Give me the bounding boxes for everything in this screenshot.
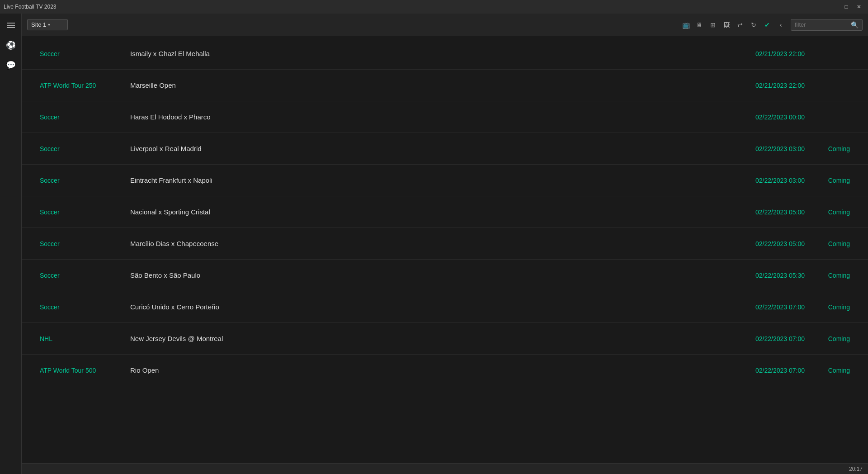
event-name: Eintracht Frankfurt x Napoli	[130, 176, 705, 184]
event-name: São Bento x São Paulo	[130, 271, 705, 279]
clock: 20:17	[849, 466, 863, 472]
event-sport: Soccer	[40, 114, 130, 121]
event-sport: Soccer	[40, 303, 130, 311]
event-sport: ATP World Tour 250	[40, 82, 130, 89]
event-name: Liverpool x Real Madrid	[130, 145, 705, 152]
menu-button[interactable]	[3, 17, 19, 33]
window-icon[interactable]: ⊞	[707, 19, 719, 31]
bottom-bar: 20:17	[22, 463, 868, 474]
sidebar: ⚽ 💬	[0, 14, 22, 474]
event-name: New Jersey Devils @ Montreal	[130, 335, 705, 342]
list-item[interactable]: SoccerEintracht Frankfurt x Napoli02/22/…	[22, 165, 868, 196]
list-item[interactable]: SoccerNacional x Sporting Cristal02/22/2…	[22, 196, 868, 228]
main-content: Site 1 ▾ 📺 🖥 ⊞ 🖼 ⇄ ↻ ✔ ‹ 🔍 SoccerIsmaily…	[22, 14, 868, 474]
minimize-button[interactable]: ─	[828, 2, 839, 11]
event-status: Coming	[805, 145, 850, 152]
event-status: Coming	[805, 209, 850, 216]
soccer-nav-icon[interactable]: ⚽	[3, 37, 19, 53]
app-layout: ⚽ 💬 Site 1 ▾ 📺 🖥 ⊞ 🖼 ⇄ ↻ ✔ ‹ 🔍	[0, 14, 868, 474]
event-status: Coming	[805, 177, 850, 184]
list-item[interactable]: SoccerMarcílio Dias x Chapecoense02/22/2…	[22, 228, 868, 260]
list-item[interactable]: SoccerIsmaily x Ghazl El Mehalla02/21/20…	[22, 38, 868, 70]
list-item[interactable]: SoccerSão Bento x São Paulo02/22/2023 05…	[22, 260, 868, 291]
toolbar: Site 1 ▾ 📺 🖥 ⊞ 🖼 ⇄ ↻ ✔ ‹ 🔍	[22, 14, 868, 36]
event-sport: Soccer	[40, 50, 130, 57]
event-sport: ATP World Tour 500	[40, 367, 130, 374]
search-icon: 🔍	[851, 21, 859, 28]
event-status: Coming	[805, 272, 850, 279]
list-item[interactable]: SoccerHaras El Hodood x Pharco02/22/2023…	[22, 101, 868, 133]
event-datetime: 02/22/2023 00:00	[705, 114, 805, 121]
chevron-left-icon[interactable]: ‹	[774, 19, 787, 31]
list-item[interactable]: ATP World Tour 500Rio Open02/22/2023 07:…	[22, 355, 868, 386]
event-datetime: 02/22/2023 03:00	[705, 177, 805, 184]
event-status: Coming	[805, 367, 850, 374]
site-label: Site 1	[31, 21, 46, 28]
event-list: SoccerIsmaily x Ghazl El Mehalla02/21/20…	[22, 36, 868, 463]
event-datetime: 02/22/2023 07:00	[705, 303, 805, 311]
tv-icon[interactable]: 📺	[679, 19, 692, 31]
event-sport: Soccer	[40, 240, 130, 247]
event-name: Marseille Open	[130, 81, 705, 89]
maximize-button[interactable]: □	[841, 2, 852, 11]
check-icon[interactable]: ✔	[761, 19, 774, 31]
filter-input[interactable]	[795, 21, 849, 28]
app-title: Live Football TV 2023	[4, 4, 57, 10]
titlebar: Live Football TV 2023 ─ □ ✕	[0, 0, 868, 14]
toolbar-icons: 📺 🖥 ⊞ 🖼 ⇄ ↻ ✔ ‹	[679, 19, 787, 31]
event-sport: Soccer	[40, 209, 130, 216]
event-status: Coming	[805, 335, 850, 342]
event-sport: Soccer	[40, 177, 130, 184]
event-datetime: 02/21/2023 22:00	[705, 50, 805, 57]
list-item[interactable]: SoccerLiverpool x Real Madrid02/22/2023 …	[22, 133, 868, 165]
event-datetime: 02/22/2023 07:00	[705, 367, 805, 374]
event-sport: Soccer	[40, 272, 130, 279]
list-item[interactable]: NHLNew Jersey Devils @ Montreal02/22/202…	[22, 323, 868, 355]
event-datetime: 02/21/2023 22:00	[705, 82, 805, 89]
close-button[interactable]: ✕	[854, 2, 864, 11]
window-controls: ─ □ ✕	[828, 2, 864, 11]
event-name: Nacional x Sporting Cristal	[130, 208, 705, 216]
filter-box: 🔍	[791, 19, 863, 31]
chat-nav-icon[interactable]: 💬	[3, 57, 19, 73]
event-name: Curicó Unido x Cerro Porteño	[130, 303, 705, 311]
event-datetime: 02/22/2023 05:00	[705, 209, 805, 216]
chevron-down-icon: ▾	[48, 22, 50, 27]
event-datetime: 02/22/2023 05:30	[705, 272, 805, 279]
site-selector[interactable]: Site 1 ▾	[27, 19, 68, 30]
event-name: Marcílio Dias x Chapecoense	[130, 240, 705, 247]
list-item[interactable]: ATP World Tour 250Marseille Open02/21/20…	[22, 70, 868, 101]
list-item[interactable]: SoccerCuricó Unido x Cerro Porteño02/22/…	[22, 291, 868, 323]
event-datetime: 02/22/2023 05:00	[705, 240, 805, 247]
event-name: Rio Open	[130, 366, 705, 374]
event-sport: NHL	[40, 335, 130, 342]
picture-icon[interactable]: 🖼	[720, 19, 733, 31]
refresh-icon[interactable]: ↻	[747, 19, 760, 31]
event-sport: Soccer	[40, 145, 130, 152]
event-name: Haras El Hodood x Pharco	[130, 113, 705, 121]
screen-icon[interactable]: 🖥	[693, 19, 706, 31]
event-datetime: 02/22/2023 07:00	[705, 335, 805, 342]
event-status: Coming	[805, 240, 850, 247]
event-name: Ismaily x Ghazl El Mehalla	[130, 50, 705, 57]
event-datetime: 02/22/2023 03:00	[705, 145, 805, 152]
arrows-icon[interactable]: ⇄	[734, 19, 746, 31]
event-status: Coming	[805, 303, 850, 311]
